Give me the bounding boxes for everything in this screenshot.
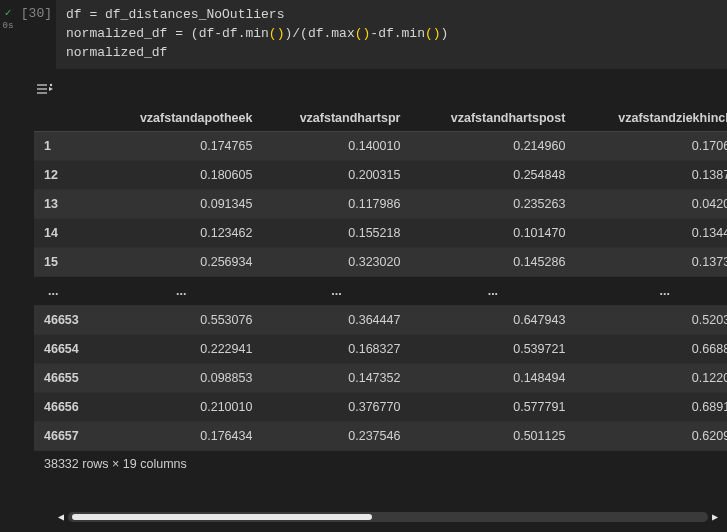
cell: 0.256934 [100, 247, 262, 276]
cell: 0.140010 [262, 131, 410, 160]
table-row: 466570.1764340.2375460.5011250.620995 [34, 421, 727, 450]
exec-time: 0s [3, 21, 14, 31]
cell: 0.137313 [575, 247, 727, 276]
ellipsis-row: ............... [34, 276, 727, 305]
cell: 0.148494 [410, 363, 575, 392]
code-editor[interactable]: df = df_distances_NoOutliers normalized_… [56, 0, 727, 69]
scrollbar-thumb[interactable] [72, 514, 372, 520]
cell: 0.668823 [575, 334, 727, 363]
cell: 0.042013 [575, 189, 727, 218]
svg-point-3 [50, 83, 52, 85]
cell: 0.364447 [262, 305, 410, 334]
cell: 0.323020 [262, 247, 410, 276]
table-row: 466560.2100100.3767700.5777910.689176 [34, 392, 727, 421]
cell: 0.520354 [575, 305, 727, 334]
col-header: vzafstandapotheek [100, 105, 262, 132]
row-index: 14 [34, 218, 100, 247]
table-row: 466530.5530760.3644470.6479430.520354 [34, 305, 727, 334]
cell: 0.376770 [262, 392, 410, 421]
dataframe-table: vzafstandapotheek vzafstandhartspr vzafs… [34, 105, 727, 451]
cell: 0.098853 [100, 363, 262, 392]
cell: 0.134465 [575, 218, 727, 247]
table-row: 466540.2229410.1683270.5397210.668823 [34, 334, 727, 363]
cell: 0.174765 [100, 131, 262, 160]
cell: 0.147352 [262, 363, 410, 392]
row-index: 15 [34, 247, 100, 276]
cell: 0.123462 [100, 218, 262, 247]
cell: 0.170603 [575, 131, 727, 160]
row-index: 46654 [34, 334, 100, 363]
cell: 0.200315 [262, 160, 410, 189]
cell: 0.577791 [410, 392, 575, 421]
row-index: 46656 [34, 392, 100, 421]
row-index: 46653 [34, 305, 100, 334]
cell: 0.210010 [100, 392, 262, 421]
cell: 0.689176 [575, 392, 727, 421]
cell: 0.237546 [262, 421, 410, 450]
table-row: 130.0913450.1179860.2352630.042013 [34, 189, 727, 218]
cell: 0.235263 [410, 189, 575, 218]
cell: 0.620995 [575, 421, 727, 450]
row-index: 13 [34, 189, 100, 218]
cell: 0.168327 [262, 334, 410, 363]
scroll-right-icon[interactable]: ▶ [712, 511, 718, 523]
table-row: 150.2569340.3230200.1452860.137313 [34, 247, 727, 276]
cell: 0.145286 [410, 247, 575, 276]
table-row: 140.1234620.1552180.1014700.134465 [34, 218, 727, 247]
row-index: 12 [34, 160, 100, 189]
output-area: vzafstandapotheek vzafstandhartspr vzafs… [0, 69, 727, 471]
cell: 0.117986 [262, 189, 410, 218]
row-index: 46655 [34, 363, 100, 392]
cell: 0.180605 [100, 160, 262, 189]
cell: 0.214960 [410, 131, 575, 160]
cell: 0.091345 [100, 189, 262, 218]
code-cell: ✓ 0s [30] df = df_distances_NoOutliers n… [0, 0, 727, 69]
cell: 0.101470 [410, 218, 575, 247]
table-row: 466550.0988530.1473520.1484940.122063 [34, 363, 727, 392]
cell: 0.155218 [262, 218, 410, 247]
cell: 0.254848 [410, 160, 575, 189]
horizontal-scrollbar[interactable]: ◀ ▶ [68, 512, 708, 522]
cell: 0.501125 [410, 421, 575, 450]
col-header: vzafstandhartspost [410, 105, 575, 132]
exec-count: [30] [16, 0, 56, 69]
table-row: 10.1747650.1400100.2149600.170603 [34, 131, 727, 160]
col-index [34, 105, 100, 132]
cell: 0.176434 [100, 421, 262, 450]
table-header-row: vzafstandapotheek vzafstandhartspr vzafs… [34, 105, 727, 132]
cell: 0.539721 [410, 334, 575, 363]
col-header: vzafstandziekhinclbp [575, 105, 727, 132]
table-row: 120.1806050.2003150.2548480.138797 [34, 160, 727, 189]
variable-explorer-icon[interactable] [34, 79, 56, 99]
cell: 0.553076 [100, 305, 262, 334]
col-header: vzafstandhartspr [262, 105, 410, 132]
row-index: 46657 [34, 421, 100, 450]
scroll-left-icon[interactable]: ◀ [58, 511, 64, 523]
cell: 0.222941 [100, 334, 262, 363]
cell: 0.122063 [575, 363, 727, 392]
dataframe-summary: 38332 rows × 19 columns [44, 457, 727, 471]
cell: 0.647943 [410, 305, 575, 334]
success-check-icon: ✓ [5, 6, 12, 19]
row-index: 1 [34, 131, 100, 160]
cell: 0.138797 [575, 160, 727, 189]
